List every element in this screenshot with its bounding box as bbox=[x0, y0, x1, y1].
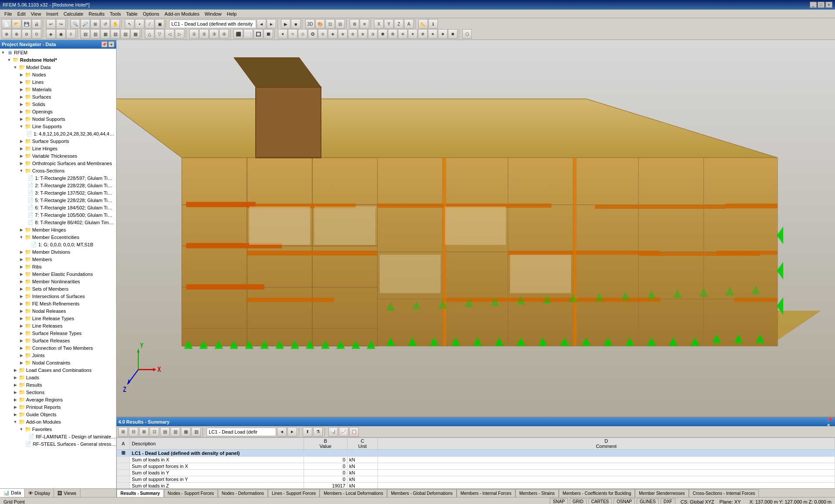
tb-line[interactable]: ⁄ bbox=[145, 19, 154, 29]
tb2-42[interactable]: ✷ bbox=[438, 29, 448, 39]
tree-node-favorites[interactable]: ▼📁Favorites bbox=[0, 425, 116, 433]
tb2-15[interactable]: ▽ bbox=[155, 29, 164, 39]
tree-node-model-data[interactable]: ▼📁Model Data bbox=[0, 63, 116, 71]
tb-undo[interactable]: ↩ bbox=[46, 19, 56, 29]
tree-node-fe-mesh[interactable]: ▶📁FE Mesh Refinements bbox=[0, 300, 116, 307]
tb2-8[interactable]: ▤ bbox=[80, 29, 90, 39]
result-tab-members---internal-forces[interactable]: Members - Internal Forces bbox=[457, 489, 515, 497]
dxf-btn[interactable]: DXF bbox=[661, 498, 675, 504]
bt-filter[interactable]: ⚗ bbox=[313, 427, 323, 437]
tb-open[interactable]: 📂 bbox=[12, 19, 21, 29]
menu-view[interactable]: View bbox=[28, 10, 44, 17]
tree-node-results[interactable]: ▶📁Results bbox=[0, 381, 116, 388]
tb-run-calc[interactable]: ▶ bbox=[281, 19, 291, 29]
tree-area[interactable]: ▼🖥RFEM▼📁Redstone Hotel*▼📁Model Data▶📁Nod… bbox=[0, 49, 116, 488]
tb2-18[interactable]: ① bbox=[189, 29, 199, 39]
tb-select[interactable]: ↖ bbox=[125, 19, 134, 29]
tree-node-cs-6[interactable]: 📄6: T-Rectangle 184/502; Glulam Timber G… bbox=[0, 204, 116, 211]
tb2-9[interactable]: ▥ bbox=[90, 29, 100, 39]
tree-node-loads[interactable]: ▶📁Loads bbox=[0, 374, 116, 381]
menu-addon[interactable]: Add-on Modules bbox=[162, 10, 202, 17]
tree-node-sections[interactable]: ▶📁Sections bbox=[0, 388, 116, 396]
tree-node-me-1[interactable]: 📄1: G; 0,0,0; 0,0,0; MT,S1B bbox=[0, 241, 116, 248]
bt-graph1[interactable]: 📊 bbox=[328, 427, 338, 437]
tb-info[interactable]: ℹ bbox=[428, 19, 438, 29]
panel-pin-button[interactable]: 📌 bbox=[101, 41, 107, 47]
tree-node-member-divisions[interactable]: ▶📁Member Divisions bbox=[0, 248, 116, 255]
bt-results8[interactable]: ▧ bbox=[191, 427, 201, 437]
tree-node-line-release-types[interactable]: ▶📁Line Release Types bbox=[0, 315, 116, 322]
menu-window[interactable]: Window bbox=[202, 10, 224, 17]
tb2-44[interactable]: ⬡ bbox=[462, 29, 472, 39]
tree-node-load-cases[interactable]: ▶📁Load Cases and Combinations bbox=[0, 366, 116, 374]
tb-render[interactable]: 🎨 bbox=[315, 19, 325, 29]
tb2-7[interactable]: ◊ bbox=[66, 29, 76, 39]
tb2-31[interactable]: ✬ bbox=[328, 29, 337, 39]
tree-node-line-releases[interactable]: ▶📁Line Releases bbox=[0, 322, 116, 329]
menu-tools[interactable]: Tools bbox=[107, 10, 124, 17]
tb2-14[interactable]: △ bbox=[145, 29, 154, 39]
tb2-13[interactable]: ▩ bbox=[130, 29, 140, 39]
bt-graph2[interactable]: 📈 bbox=[339, 427, 348, 437]
tree-node-ribs[interactable]: ▶📁Ribs bbox=[0, 263, 116, 270]
bottom-panel-pin[interactable]: 📌 bbox=[827, 417, 833, 422]
tree-node-line-supports-1[interactable]: 📄1: 4,8,12,16,20,24,28,32,36,40,44,47,50… bbox=[0, 130, 116, 137]
tb2-28[interactable]: ✩ bbox=[298, 29, 307, 39]
tab-data[interactable]: 📊 Data bbox=[0, 489, 25, 497]
result-tab-nodes---deformations[interactable]: Nodes - Deformations bbox=[218, 489, 268, 497]
tree-node-sets-of-members[interactable]: ▶📁Sets of Members bbox=[0, 285, 116, 292]
tree-node-surface-supports[interactable]: ▶📁Surface Supports bbox=[0, 137, 116, 145]
bt-table1[interactable]: 📋 bbox=[349, 427, 359, 437]
osnap-btn[interactable]: OSNAP bbox=[614, 498, 635, 504]
bt-results1[interactable]: ⊞ bbox=[118, 427, 128, 437]
bt-results2[interactable]: ⊟ bbox=[129, 427, 138, 437]
tb-color-x[interactable]: X bbox=[374, 19, 384, 29]
tree-node-nodes[interactable]: ▶📁Nodes bbox=[0, 71, 116, 78]
tb2-30[interactable]: ✫ bbox=[318, 29, 327, 39]
glines-btn[interactable]: GLINES bbox=[637, 498, 659, 504]
tree-node-cs-7[interactable]: 📄7: T-Rectangle 105/500; Glulam Timber G… bbox=[0, 211, 116, 219]
cartes-btn[interactable]: CARTES bbox=[588, 498, 612, 504]
tree-node-redstone[interactable]: ▼📁Redstone Hotel* bbox=[0, 56, 116, 63]
tree-node-printout-reports[interactable]: ▶📁Printout Reports bbox=[0, 403, 116, 411]
grid-btn[interactable]: GRID bbox=[570, 498, 587, 504]
menu-help[interactable]: Help bbox=[224, 10, 240, 17]
result-tab-members---global-deformations[interactable]: Members - Global Deformations bbox=[387, 489, 457, 497]
tree-node-nodal-releases[interactable]: ▶📁Nodal Releases bbox=[0, 307, 116, 315]
bt-export[interactable]: ⬆ bbox=[303, 427, 312, 437]
result-tab-nodes---support-forces[interactable]: Nodes - Support Forces bbox=[164, 489, 218, 497]
tb-next-lc[interactable]: ► bbox=[267, 19, 276, 29]
bt-results4[interactable]: ⊡ bbox=[150, 427, 159, 437]
tb2-38[interactable]: ✳ bbox=[398, 29, 407, 39]
tb-color-y[interactable]: Y bbox=[384, 19, 394, 29]
tb2-34[interactable]: ✯ bbox=[358, 29, 367, 39]
bt-results5[interactable]: ▤ bbox=[160, 427, 170, 437]
tb2-6[interactable]: ◉ bbox=[56, 29, 66, 39]
tb-node[interactable]: • bbox=[135, 19, 144, 29]
menu-results[interactable]: Results bbox=[86, 10, 107, 17]
tb2-20[interactable]: ③ bbox=[209, 29, 219, 39]
tb-color-z[interactable]: Z bbox=[394, 19, 404, 29]
tab-views[interactable]: 🖼 Views bbox=[54, 489, 80, 497]
tree-node-openings[interactable]: ▶📁Openings bbox=[0, 108, 116, 115]
tree-node-line-supports[interactable]: ▼📁Line Supports bbox=[0, 123, 116, 130]
result-tab-members---coefficients-for-buckling[interactable]: Members - Coefficients for Buckling bbox=[559, 489, 635, 497]
tb2-19[interactable]: ② bbox=[199, 29, 209, 39]
tree-node-member-nonlinear[interactable]: ▶📁Member Nonlinearities bbox=[0, 278, 116, 285]
tab-display[interactable]: 👁 Display bbox=[25, 489, 54, 497]
tb2-43[interactable]: ✸ bbox=[448, 29, 458, 39]
tb2-23[interactable]: ⬜ bbox=[244, 29, 253, 39]
tree-node-nodal-constraints[interactable]: ▶📁Nodal Constraints bbox=[0, 359, 116, 366]
tb-prev-lc[interactable]: ◄ bbox=[257, 19, 266, 29]
bt-results6[interactable]: ▥ bbox=[170, 427, 180, 437]
tb2-3[interactable]: ⊘ bbox=[22, 29, 31, 39]
menu-insert[interactable]: Insert bbox=[43, 10, 61, 17]
tree-node-guide-objects[interactable]: ▶📁Guide Objects bbox=[0, 411, 116, 418]
result-tab-results---summary[interactable]: Results - Summary bbox=[117, 489, 164, 497]
tb2-29[interactable]: ✪ bbox=[308, 29, 317, 39]
close-button[interactable]: × bbox=[825, 2, 832, 8]
menu-file[interactable]: File bbox=[2, 10, 15, 17]
tree-node-materials[interactable]: ▶📁Materials bbox=[0, 86, 116, 93]
bt-prev[interactable]: ◄ bbox=[277, 427, 287, 437]
tree-node-cs-2[interactable]: 📄2: T-Rectangle 228/228; Glulam Timber G… bbox=[0, 182, 116, 189]
